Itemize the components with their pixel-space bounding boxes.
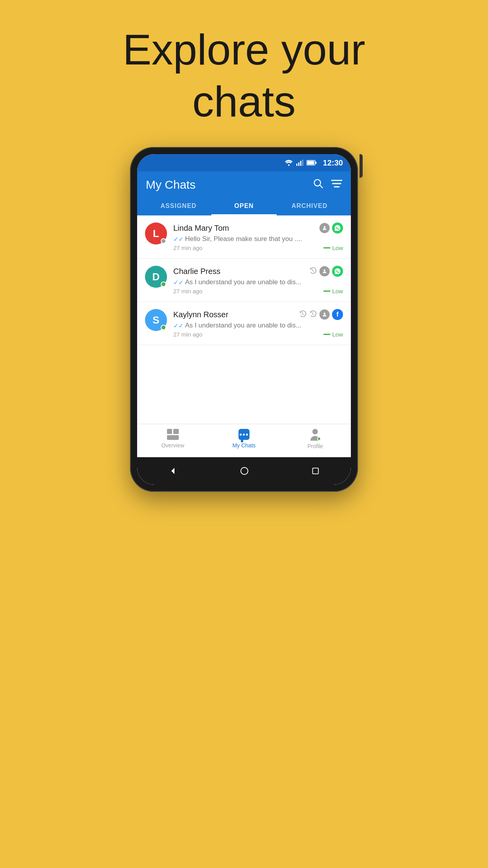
filter-icon[interactable] (331, 178, 342, 191)
nav-label-profile: Profile (307, 443, 323, 449)
priority-dash (323, 291, 330, 292)
nav-profile[interactable]: Profile (280, 429, 351, 449)
preview-text-kaylynn: As I understand you are unable to dis... (185, 322, 301, 329)
nav-overview[interactable]: Overview (137, 429, 208, 449)
chat-bubble-icon (238, 429, 250, 440)
preview-text-linda: Hello Sir, Please make sure that you ...… (185, 235, 302, 243)
chat-content-kaylynn: Kaylynn Rosser (173, 309, 343, 338)
tab-archived[interactable]: ARCHIVED (277, 198, 342, 215)
search-icon[interactable] (312, 178, 323, 191)
chat-time-kaylynn: 27 min ago (173, 331, 202, 338)
overview-icon (167, 429, 179, 440)
person-icon (319, 223, 330, 233)
nav-my-chats[interactable]: My Chats (208, 429, 279, 449)
chat-bottom-row: 27 min ago Low (173, 245, 343, 251)
app-header: My Chats (137, 171, 351, 215)
hero-title: Explore your chats (123, 24, 365, 127)
phone-screen: 12:30 My Chats (137, 154, 351, 485)
priority-dash (323, 247, 330, 248)
chat-name-linda: Linda Mary Tom (173, 224, 229, 233)
svg-point-17 (241, 467, 248, 474)
snooze-icon-2 (309, 310, 317, 320)
chat-bottom-row: 27 min ago Low (173, 331, 343, 338)
svg-point-15 (324, 313, 326, 314)
battery-icon (306, 160, 317, 166)
chat-top-row: Linda Mary Tom (173, 223, 343, 234)
android-nav-bar (137, 457, 351, 485)
phone-device: 12:30 My Chats (130, 147, 358, 492)
double-check-icon: ✓✓ (173, 235, 183, 243)
profile-head (312, 429, 318, 434)
chat-content-charlie: Charlie Press (173, 266, 343, 294)
back-button[interactable] (168, 466, 178, 476)
nav-label-overview: Overview (161, 442, 184, 449)
person-icon (319, 266, 330, 276)
svg-point-13 (324, 226, 326, 228)
status-time: 12:30 (323, 158, 343, 167)
chat-item-1[interactable]: L Linda Mary Tom (137, 215, 351, 259)
svg-rect-18 (313, 468, 319, 474)
online-indicator (161, 281, 166, 287)
recents-button[interactable] (311, 467, 320, 475)
svg-point-0 (288, 164, 290, 166)
person-icon (319, 309, 330, 320)
wifi-icon (284, 160, 293, 166)
chat-content-linda: Linda Mary Tom (173, 223, 343, 251)
svg-rect-2 (298, 162, 299, 166)
svg-rect-3 (300, 161, 301, 166)
empty-space (137, 345, 351, 424)
profile-nav-icon (309, 429, 321, 441)
chat-item-3[interactable]: S Kaylynn Rosser (137, 302, 351, 345)
hero-section: Explore your chats (123, 24, 365, 127)
header-icons (312, 178, 342, 191)
svg-rect-1 (296, 164, 297, 166)
chat-icons-linda (319, 223, 343, 234)
profile-online-dot (317, 437, 321, 441)
chat-name-kaylynn: Kaylynn Rosser (173, 310, 228, 319)
chat-preview-linda: ✓✓ Hello Sir, Please make sure that you … (173, 235, 343, 243)
chat-name-charlie: Charlie Press (173, 267, 220, 276)
bottom-nav: Overview My Chats (137, 424, 351, 457)
whatsapp-icon (332, 223, 343, 234)
priority-charlie: Low (323, 288, 343, 294)
snooze-icon (309, 267, 317, 276)
svg-line-9 (320, 185, 322, 188)
chat-time-charlie: 27 min ago (173, 288, 202, 294)
chat-time-linda: 27 min ago (173, 245, 202, 251)
svg-rect-6 (315, 162, 316, 164)
chat-icons-charlie (309, 266, 343, 277)
tabs: ASSIGNED OPEN ARCHIVED (146, 198, 342, 215)
app-header-top: My Chats (146, 178, 342, 191)
app-title: My Chats (146, 178, 196, 191)
offline-indicator (161, 238, 166, 244)
chat-top-row: Kaylynn Rosser (173, 309, 343, 320)
chat-item-2[interactable]: D Charlie Press (137, 259, 351, 302)
double-check-icon: ✓✓ (173, 322, 183, 329)
priority-dash (323, 334, 330, 335)
snooze-icon-1 (299, 310, 307, 320)
status-bar: 12:30 (137, 154, 351, 171)
avatar-charlie: D (145, 266, 167, 288)
chat-icons-kaylynn: f (299, 309, 343, 320)
double-check-icon: ✓✓ (173, 279, 183, 286)
priority-linda: Low (323, 245, 343, 251)
chat-bottom-row: 27 min ago Low (173, 288, 343, 294)
chat-preview-kaylynn: ✓✓ As I understand you are unable to dis… (173, 322, 343, 329)
tab-assigned[interactable]: ASSIGNED (146, 198, 211, 215)
tab-open[interactable]: OPEN (211, 198, 277, 215)
preview-text-charlie: As I understand you are unable to dis... (185, 278, 301, 286)
avatar-linda: L (145, 223, 167, 245)
facebook-icon: f (332, 309, 343, 320)
signal-icon (296, 160, 303, 166)
chat-top-row: Charlie Press (173, 266, 343, 277)
chat-dots (240, 434, 248, 436)
chat-nav-icon (238, 429, 250, 440)
phone-outer-shell: 12:30 My Chats (130, 147, 358, 492)
home-button[interactable] (240, 466, 249, 476)
svg-rect-7 (307, 161, 314, 165)
whatsapp-icon (332, 266, 343, 277)
priority-kaylynn: Low (323, 331, 343, 338)
status-icons: 12:30 (284, 158, 343, 167)
avatar-kaylynn: S (145, 309, 167, 331)
svg-rect-4 (302, 160, 303, 166)
